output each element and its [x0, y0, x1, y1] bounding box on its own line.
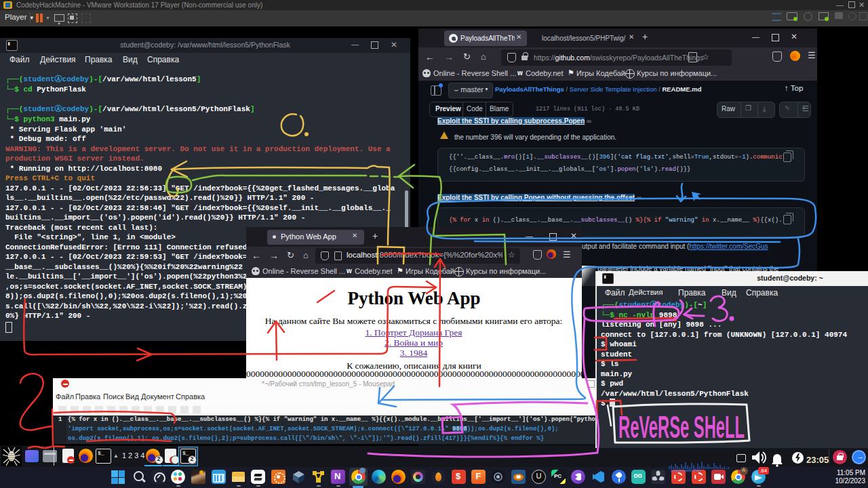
- svg-text:sousing mosthly lib.kb: sousing mosthly lib.kb: [671, 469, 701, 472]
